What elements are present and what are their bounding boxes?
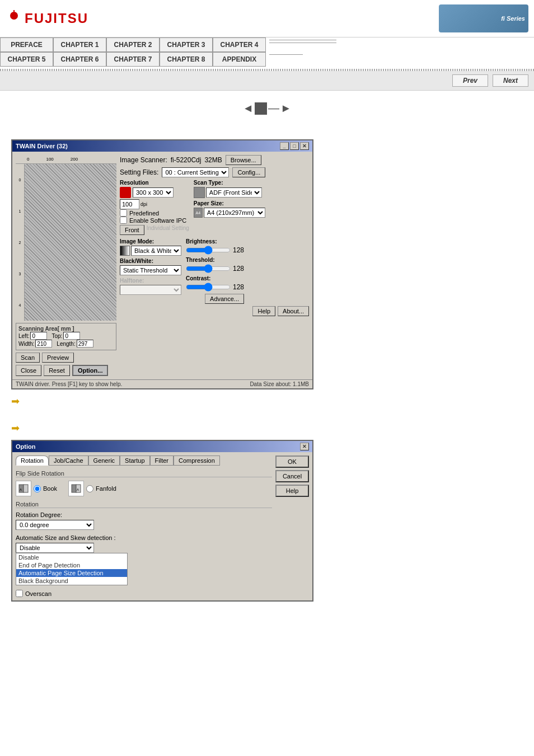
ruler-v-100: 1 xyxy=(19,209,21,213)
arrow-first-icon[interactable]: ◄ xyxy=(242,102,254,115)
enable-ipc-label: Enable Software IPC xyxy=(129,217,186,224)
scan-length-field: Length: xyxy=(57,340,93,348)
about-button[interactable]: About... xyxy=(278,306,309,316)
mode-brightness-row: Image Mode: Black & White Black/White: S… xyxy=(120,238,309,304)
dropdown-black-bg[interactable]: Black Background xyxy=(16,577,127,585)
nav-ch7[interactable]: CHAPTER 7 xyxy=(106,52,160,67)
nav-ch1[interactable]: CHAPTER 1 xyxy=(53,37,106,52)
image-mode-label: Image Mode: xyxy=(120,238,181,245)
fanfold-svg: A xyxy=(71,483,82,494)
twain-minimize-btn[interactable]: _ xyxy=(280,142,289,150)
scanner-row: Image Scanner: fi-5220Cdj 32MB Browse... xyxy=(120,155,309,165)
data-size-value: 1.1MB xyxy=(293,381,309,387)
tab-rotation[interactable]: Rotation xyxy=(16,456,49,466)
nav-ch6[interactable]: CHAPTER 6 xyxy=(53,52,106,67)
setting-files-label: Setting Files: xyxy=(120,168,158,176)
scan-type-icon xyxy=(194,187,205,198)
brightness-slider[interactable] xyxy=(186,246,231,255)
overscan-checkbox[interactable] xyxy=(16,590,23,597)
ruler-left: 0 1 2 3 4 xyxy=(16,164,25,321)
resolution-select[interactable]: 300 x 300 xyxy=(133,187,174,198)
resolution-section: Resolution 300 x 300 dpi xyxy=(120,180,189,235)
scan-width-field: Width: xyxy=(18,340,52,348)
prev-button[interactable]: Prev xyxy=(452,74,488,87)
book-radio[interactable] xyxy=(34,485,41,492)
scan-left-input[interactable] xyxy=(30,332,47,340)
reset-button[interactable]: Reset xyxy=(44,365,70,376)
predefined-checkbox[interactable] xyxy=(120,209,127,217)
memory-label: 32MB xyxy=(204,156,222,164)
twain-close-btn[interactable]: ✕ xyxy=(300,142,309,150)
nav-area: PREFACE CHAPTER 1 CHAPTER 2 CHAPTER 3 CH… xyxy=(0,37,534,70)
twain-title: TWAIN Driver (32) xyxy=(16,143,68,149)
close-button[interactable]: Close xyxy=(16,365,41,376)
front-button[interactable]: Front xyxy=(120,225,144,235)
contrast-slider-row: 128 xyxy=(186,283,244,292)
nav-line-3 xyxy=(269,54,303,55)
resolution-icon xyxy=(120,187,131,198)
arrow-dash-icon[interactable]: — xyxy=(268,102,279,115)
data-size-label: Data Size about: xyxy=(250,381,291,387)
dropdown-end-of-page[interactable]: End of Page Detection xyxy=(16,561,127,569)
rotation-degree-label: Rotation Degree: xyxy=(16,511,272,518)
series-label: fi Series xyxy=(501,15,525,22)
nav-ch2[interactable]: CHAPTER 2 xyxy=(106,37,160,52)
brightness-slider-row: 128 xyxy=(186,246,244,255)
image-mode-section: Image Mode: Black & White Black/White: S… xyxy=(120,238,181,304)
halftone-select[interactable] xyxy=(120,285,181,295)
scan-length-input[interactable] xyxy=(77,340,93,348)
nav-ch8[interactable]: CHAPTER 8 xyxy=(160,52,213,67)
nav-ch3[interactable]: CHAPTER 3 xyxy=(160,37,213,52)
next-button[interactable]: Next xyxy=(493,74,528,87)
nav-appendix[interactable]: APPENDIX xyxy=(213,52,266,67)
tab-compression[interactable]: Compression xyxy=(174,456,220,466)
scan-top-input[interactable] xyxy=(63,332,80,340)
contrast-slider[interactable] xyxy=(186,283,231,292)
threshold-slider[interactable] xyxy=(186,264,231,273)
rotation-degree-select[interactable]: 0.0 degree xyxy=(16,520,94,530)
preview-image xyxy=(25,164,116,321)
tab-generic[interactable]: Generic xyxy=(88,456,120,466)
paper-size-select[interactable]: A4 (210x297mm) xyxy=(204,208,265,218)
ok-button[interactable]: OK xyxy=(275,456,309,468)
scanner-label: Image Scanner: xyxy=(120,156,167,164)
nav-row-1: PREFACE CHAPTER 1 CHAPTER 2 CHAPTER 3 CH… xyxy=(0,37,534,52)
dpi-input[interactable] xyxy=(120,199,139,209)
arrow-last-icon[interactable]: ► xyxy=(280,102,292,115)
tab-filter[interactable]: Filter xyxy=(150,456,174,466)
setting-files-select[interactable]: 00 : Current Setting xyxy=(162,167,229,177)
enable-ipc-checkbox[interactable] xyxy=(120,217,127,224)
advance-button[interactable]: Advance... xyxy=(205,294,244,304)
nav-ch5[interactable]: CHAPTER 5 xyxy=(0,52,53,67)
preview-button[interactable]: Preview xyxy=(42,353,74,363)
config-button[interactable]: Config... xyxy=(232,167,265,177)
dropdown-disable[interactable]: Disable xyxy=(16,553,127,561)
nav-extra-lines-2 xyxy=(266,52,303,67)
black-white-select[interactable]: Static Threshold xyxy=(120,265,181,275)
tab-job-cache[interactable]: Job/Cache xyxy=(49,456,88,466)
scan-button[interactable]: Scan xyxy=(16,353,40,363)
scan-width-input[interactable] xyxy=(35,340,52,348)
scan-left-label: Left: xyxy=(18,333,29,339)
scan-type-select[interactable]: ADF (Front Side) xyxy=(206,187,262,198)
scan-top-field: Top: xyxy=(51,332,80,340)
scan-type-controls: ADF (Front Side) xyxy=(194,187,265,198)
ruler-v-0: 0 xyxy=(19,178,21,182)
nav-preface[interactable]: PREFACE xyxy=(0,37,53,52)
image-mode-select[interactable]: Black & White xyxy=(131,246,181,256)
option-close-btn[interactable]: ✕ xyxy=(300,443,309,450)
help-button[interactable]: Help xyxy=(252,306,275,316)
option-button[interactable]: Option... xyxy=(72,365,109,376)
nav-ch4[interactable]: CHAPTER 4 xyxy=(213,37,266,52)
cancel-button[interactable]: Cancel xyxy=(275,470,309,482)
tab-startup[interactable]: Startup xyxy=(120,456,149,466)
fanfold-radio[interactable] xyxy=(86,485,93,492)
scan-area-title: Scanning Area[ mm ] xyxy=(18,326,114,332)
image-mode-controls: Black & White xyxy=(120,246,181,256)
contrast-value: 128 xyxy=(233,283,244,291)
auto-size-select[interactable]: Disable xyxy=(16,543,94,553)
twain-maximize-btn[interactable]: □ xyxy=(290,142,299,150)
browse-button[interactable]: Browse... xyxy=(226,155,261,165)
dropdown-auto-page-size[interactable]: Automatic Page Size Detection xyxy=(16,569,127,577)
option-help-button[interactable]: Help xyxy=(275,485,309,497)
